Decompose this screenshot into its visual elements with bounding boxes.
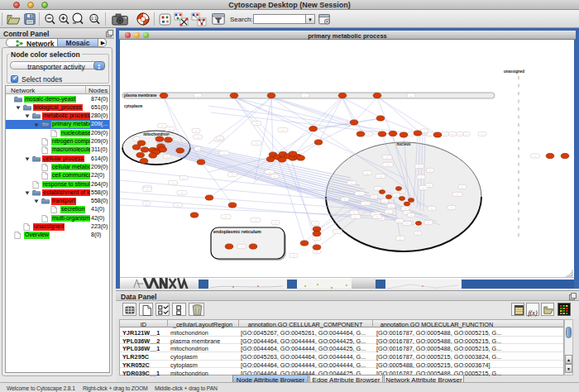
svg-text:...: ... — [241, 245, 243, 248]
svg-text:...: ... — [481, 132, 484, 136]
svg-text:...: ... — [423, 130, 426, 133]
svg-text:...: ... — [351, 181, 353, 184]
svg-text:...: ... — [406, 222, 409, 225]
svg-text:...: ... — [304, 94, 307, 98]
svg-text:...: ... — [136, 137, 138, 141]
svg-text:...: ... — [181, 191, 184, 194]
svg-text:nucleus: nucleus — [396, 142, 411, 146]
svg-text:...: ... — [368, 132, 371, 136]
svg-text:...: ... — [256, 141, 258, 145]
svg-text:...: ... — [410, 213, 413, 217]
svg-text:...: ... — [197, 147, 199, 151]
svg-text:...: ... — [169, 127, 171, 131]
svg-text:...: ... — [274, 174, 276, 178]
svg-text:...: ... — [197, 136, 199, 139]
svg-text:...: ... — [429, 169, 432, 172]
svg-text:...: ... — [376, 215, 379, 218]
svg-text:...: ... — [466, 132, 468, 136]
svg-text:...: ... — [166, 155, 169, 158]
svg-text:...: ... — [417, 232, 419, 235]
svg-text:endoplasmic reticulum: endoplasmic reticulum — [213, 229, 261, 234]
svg-text:...: ... — [387, 163, 390, 166]
svg-text:...: ... — [410, 94, 413, 98]
svg-text:...: ... — [384, 199, 386, 203]
svg-text:...: ... — [380, 174, 382, 178]
svg-text:...: ... — [197, 94, 199, 98]
svg-text:...: ... — [255, 218, 257, 222]
svg-text:...: ... — [177, 203, 179, 207]
svg-text:...: ... — [428, 184, 431, 187]
svg-text:...: ... — [419, 165, 421, 168]
svg-text:unassigned: unassigned — [504, 69, 524, 74]
svg-text:...: ... — [269, 170, 271, 174]
svg-text:cytoplasm: cytoplasm — [124, 104, 142, 108]
svg-text:plasma membrane: plasma membrane — [124, 93, 157, 98]
svg-text:...: ... — [420, 175, 423, 179]
svg-text:...: ... — [365, 202, 367, 205]
svg-text:...: ... — [423, 186, 425, 189]
svg-text:...: ... — [232, 173, 234, 176]
svg-text:...: ... — [161, 124, 164, 127]
svg-text:...: ... — [282, 128, 285, 131]
svg-text:...: ... — [195, 129, 198, 132]
svg-text:...: ... — [462, 185, 464, 189]
svg-text:1:1: 1:1 — [91, 16, 97, 21]
svg-text:...: ... — [219, 136, 222, 140]
svg-text:...: ... — [337, 230, 339, 233]
svg-text:...: ... — [183, 176, 185, 179]
svg-text:...: ... — [146, 202, 148, 205]
svg-text:...: ... — [428, 221, 430, 224]
svg-text:...: ... — [316, 237, 318, 240]
svg-text:...: ... — [410, 132, 413, 136]
svg-text:...: ... — [377, 187, 380, 190]
svg-text:...: ... — [388, 210, 390, 213]
svg-text:...: ... — [444, 132, 447, 136]
svg-text:...: ... — [373, 195, 376, 198]
svg-text:...: ... — [534, 155, 537, 158]
svg-text:...: ... — [353, 211, 356, 214]
svg-text:...: ... — [256, 122, 258, 125]
svg-text:...: ... — [457, 193, 459, 196]
svg-text:...: ... — [172, 181, 175, 184]
svg-text:...: ... — [344, 198, 347, 201]
svg-text:...: ... — [359, 192, 361, 195]
svg-text:...: ... — [225, 215, 227, 218]
svg-text:...: ... — [316, 250, 318, 253]
svg-text:...: ... — [404, 207, 407, 210]
svg-text:...: ... — [314, 222, 317, 225]
svg-text:...: ... — [293, 254, 295, 257]
svg-text:...: ... — [399, 219, 401, 222]
svg-text:...: ... — [452, 132, 454, 136]
svg-text:...: ... — [366, 171, 369, 174]
svg-text:mitochondrion: mitochondrion — [143, 132, 170, 136]
svg-text:...: ... — [223, 151, 226, 155]
svg-text:...: ... — [431, 207, 433, 210]
svg-text:...: ... — [390, 204, 393, 208]
svg-text:...: ... — [451, 206, 453, 209]
svg-text:...: ... — [429, 133, 432, 136]
svg-text:...: ... — [401, 189, 404, 193]
svg-text:...: ... — [146, 188, 149, 191]
svg-text:...: ... — [275, 221, 277, 224]
svg-text:...: ... — [395, 194, 398, 197]
svg-text:...: ... — [355, 215, 357, 218]
svg-text:...: ... — [400, 237, 402, 240]
svg-text:...: ... — [459, 132, 462, 136]
svg-text:...: ... — [386, 155, 389, 159]
